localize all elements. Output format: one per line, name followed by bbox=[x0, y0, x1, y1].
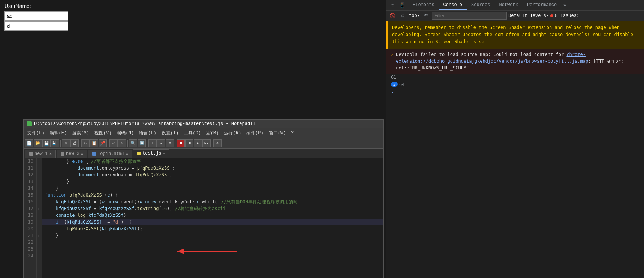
line-num-20: 20 bbox=[27, 225, 33, 232]
npp-tab-new1-close[interactable]: ✕ bbox=[49, 152, 52, 156]
menu-window[interactable]: 窗口(W) bbox=[267, 129, 288, 137]
fold-24 bbox=[37, 252, 42, 259]
tab-console[interactable]: Console bbox=[439, 0, 467, 10]
code-line-22: fqPdaQzXzSSf(kfqPdaQzXzSSf); bbox=[42, 225, 383, 232]
tab-elements[interactable]: Elements bbox=[408, 0, 439, 10]
toolbar-btn-find[interactable]: 🔍 bbox=[129, 139, 137, 147]
menu-settings[interactable]: 设置(T) bbox=[159, 129, 181, 137]
line-num-22: 22 bbox=[27, 239, 33, 246]
toolbar-btn-macro-rec[interactable]: ⏺ bbox=[177, 139, 185, 147]
clear-console-icon[interactable]: 🚫 bbox=[388, 11, 397, 20]
console-error-block: ⚠ DevTools failed to load source map: Co… bbox=[386, 49, 644, 74]
top-chevron-icon: ▼ bbox=[418, 14, 420, 18]
badge-64: 2 bbox=[391, 82, 398, 87]
console-warning-block: Developers, remember to disable the Scre… bbox=[386, 21, 644, 49]
code-line-13: } bbox=[42, 178, 383, 185]
toolbar-btn-redo[interactable]: ↪ bbox=[118, 139, 126, 147]
menu-view[interactable]: 视图(V) bbox=[92, 129, 114, 137]
toolbar-btn-macro-stop[interactable]: ⏹ bbox=[185, 139, 193, 147]
tab-network[interactable]: Network bbox=[494, 0, 522, 10]
toolbar-btn-print[interactable]: 🖨 bbox=[70, 139, 79, 147]
devtools-console-toolbar: 🚫 ⚙ top ▼ 👁 Default levels ▼ 8 Issues: bbox=[386, 11, 644, 21]
toolbar-btn-extra[interactable]: ⚙ bbox=[213, 139, 222, 147]
toolbar-btn-paste[interactable]: 📌 bbox=[99, 139, 107, 147]
tab-more[interactable]: » bbox=[561, 0, 568, 10]
npp-tab-testjs-icon bbox=[137, 152, 141, 155]
inspect-icon[interactable]: ⬚ bbox=[388, 1, 397, 10]
npp-tab-login-label: login.html bbox=[97, 151, 124, 156]
code-line-21: if (kfqPdaQzXzSSf != "d") { bbox=[42, 219, 383, 225]
menu-help[interactable]: ? bbox=[289, 130, 296, 137]
filter-input[interactable] bbox=[432, 12, 507, 20]
npp-tab-testjs[interactable]: test.js ✕ bbox=[133, 149, 169, 158]
npp-tab-new3[interactable]: new 3 ✕ bbox=[57, 150, 87, 158]
menu-file[interactable]: 文件(F) bbox=[25, 129, 47, 137]
issues-badge-area[interactable]: 8 Issues: bbox=[550, 13, 579, 18]
toolbar-btn-save[interactable]: 💾 bbox=[42, 139, 51, 147]
fold-12 bbox=[37, 171, 42, 178]
npp-tab-testjs-close[interactable]: ✕ bbox=[163, 151, 165, 156]
npp-tab-login[interactable]: login.html ✕ bbox=[88, 150, 132, 158]
tab-performance[interactable]: Performance bbox=[523, 0, 561, 10]
username-input-d[interactable] bbox=[4, 21, 68, 31]
line-num-13: 13 bbox=[27, 178, 33, 185]
toolbar-btn-zoom-in[interactable]: + bbox=[148, 139, 157, 147]
npp-icon bbox=[27, 121, 32, 126]
code-line-11: document.onkeypress = pfqPdaQzXzSSf; bbox=[42, 165, 383, 171]
toolbar-btn-save-all[interactable]: 💾+ bbox=[51, 139, 59, 147]
console-settings-icon[interactable]: ⚙ bbox=[398, 11, 407, 20]
npp-tab-new3-label: new 3 bbox=[66, 151, 79, 156]
fold-gutter: □ □ bbox=[37, 158, 42, 278]
menu-search[interactable]: 搜索(S) bbox=[70, 129, 91, 137]
menu-tools[interactable]: 工具(O) bbox=[181, 129, 203, 137]
username-input-ad[interactable] bbox=[4, 11, 68, 21]
menu-lang[interactable]: 语言(L) bbox=[137, 129, 159, 137]
toolbar-btn-restore[interactable]: ⊞ bbox=[166, 139, 174, 147]
line-num-18: 18 bbox=[27, 212, 33, 219]
toolbar-btn-cut[interactable]: ✂ bbox=[81, 139, 90, 147]
toolbar-btn-undo[interactable]: ↩ bbox=[109, 139, 118, 147]
line-num-16: 16 bbox=[27, 198, 33, 205]
toolbar-btn-zoom-out[interactable]: - bbox=[157, 139, 165, 147]
code-content[interactable]: } else { //两者都不支持全部置空 document.onkeypres… bbox=[42, 158, 383, 278]
console-output[interactable]: Developers, remember to disable the Scre… bbox=[386, 21, 644, 278]
menu-plugins[interactable]: 插件(P) bbox=[244, 129, 266, 137]
toolbar-separator-7 bbox=[212, 140, 212, 147]
toolbar-btn-replace[interactable]: 🔄 bbox=[138, 139, 146, 147]
eye-icon[interactable]: 👁 bbox=[421, 11, 430, 20]
npp-tab-new3-close[interactable]: ✕ bbox=[81, 152, 83, 156]
notepad-menubar: 文件(F) 编辑(E) 搜索(S) 视图(V) 编码(N) 语言(L) 设置(T… bbox=[24, 128, 383, 138]
levels-chevron-icon: ▼ bbox=[547, 14, 549, 18]
line-num-10: 10 bbox=[27, 158, 33, 165]
line-61-value: 61 bbox=[391, 75, 396, 80]
toolbar-btn-copy[interactable]: 📋 bbox=[90, 139, 98, 147]
fold-16 bbox=[37, 198, 42, 205]
line-num-19: 19 bbox=[27, 219, 33, 225]
menu-macro[interactable]: 宏(M) bbox=[204, 129, 221, 137]
toolbar-btn-macro-run[interactable]: ▶▶ bbox=[202, 139, 211, 147]
menu-run[interactable]: 运行(R) bbox=[222, 129, 243, 137]
default-levels-dropdown[interactable]: Default levels ▼ bbox=[508, 13, 549, 18]
toolbar-btn-open[interactable]: 📂 bbox=[34, 139, 42, 147]
notepad-toolbar: 📄 📂 💾 💾+ ✕ 🖨 ✂ 📋 📌 ↩ ↪ 🔍 🔄 + - ⊞ ⏺ ⏹ ▶ bbox=[24, 138, 383, 149]
tab-sources[interactable]: Sources bbox=[467, 0, 494, 10]
menu-edit[interactable]: 编辑(E) bbox=[48, 129, 69, 137]
fold-17: □ bbox=[37, 205, 42, 212]
error-link[interactable]: chrome-extension://dcbohofgdidndeiajgkeh… bbox=[396, 52, 588, 64]
npp-tab-new1[interactable]: new 1 ✕ bbox=[25, 150, 56, 158]
console-input-prompt: › bbox=[386, 88, 644, 96]
toolbar-btn-close[interactable]: ✕ bbox=[62, 139, 70, 147]
code-editor: 10 11 12 13 14 15 16 17 18 19 20 21 22 2… bbox=[24, 158, 383, 278]
notepad-title: D:\tools\Common\PhpStudy2018\PHPTutorial… bbox=[34, 121, 256, 126]
toolbar-btn-new[interactable]: 📄 bbox=[25, 139, 33, 147]
fold-20 bbox=[37, 225, 42, 232]
top-dropdown[interactable]: top ▼ bbox=[409, 13, 420, 18]
menu-encode[interactable]: 编码(N) bbox=[114, 129, 136, 137]
toolbar-btn-macro-play[interactable]: ▶ bbox=[194, 139, 202, 147]
code-line-19: kfqPdaQzXzSSf = kfqPdaQzXzSSf.toString(1… bbox=[42, 205, 383, 212]
device-icon[interactable]: 📱 bbox=[398, 1, 407, 10]
code-line-12: document.onkeydown = dfqPdaQzXzSSf; bbox=[42, 171, 383, 178]
fold-18 bbox=[37, 212, 42, 219]
code-line-20: console.log(kfqPdaQzXzSSf) bbox=[42, 212, 383, 219]
npp-tab-login-close[interactable]: ✕ bbox=[126, 152, 128, 156]
